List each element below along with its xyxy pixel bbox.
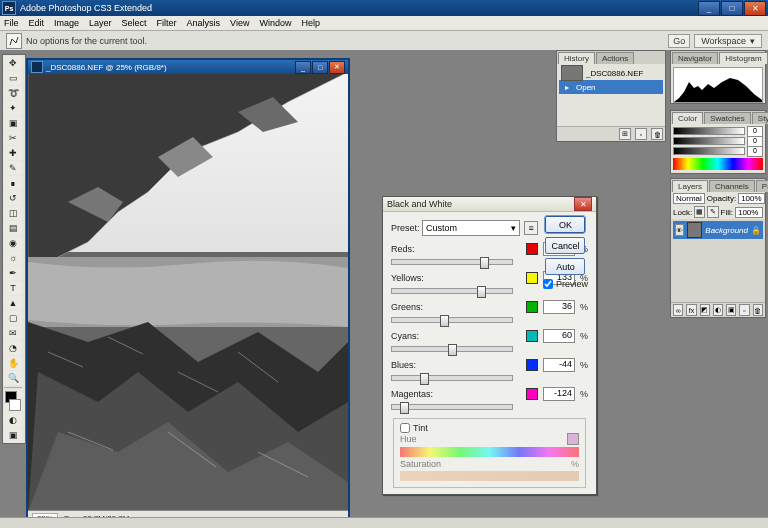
brush-tool[interactable]: ✎ xyxy=(4,161,22,175)
slider-thumb[interactable] xyxy=(420,373,429,385)
menu-layer[interactable]: Layer xyxy=(89,18,112,28)
tab-navigator[interactable]: Navigator xyxy=(672,52,718,64)
hue-slider[interactable] xyxy=(400,447,579,457)
type-tool[interactable]: T xyxy=(4,281,22,295)
minimize-button[interactable]: _ xyxy=(698,1,720,16)
menu-view[interactable]: View xyxy=(230,18,249,28)
preview-checkbox-input[interactable] xyxy=(543,279,553,289)
tab-styles[interactable]: Styles xyxy=(752,112,768,124)
saturation-slider[interactable] xyxy=(400,471,579,481)
layer-style-icon[interactable]: fx xyxy=(686,304,696,316)
marquee-tool[interactable]: ▭ xyxy=(4,71,22,85)
doc-minimize-button[interactable]: _ xyxy=(295,61,311,74)
pen-tool[interactable]: ✒ xyxy=(4,266,22,280)
zoom-tool[interactable]: 🔍 xyxy=(4,371,22,385)
delete-layer-icon[interactable]: 🗑 xyxy=(753,304,763,316)
hand-tool[interactable]: ✋ xyxy=(4,356,22,370)
color-swatches[interactable] xyxy=(4,390,22,412)
crop-tool[interactable]: ▣ xyxy=(4,116,22,130)
slider-thumb[interactable] xyxy=(477,286,486,298)
new-doc-icon[interactable]: ▫ xyxy=(635,128,647,140)
tab-channels[interactable]: Channels xyxy=(709,180,755,192)
new-snapshot-icon[interactable]: ⊞ xyxy=(619,128,631,140)
dialog-close-button[interactable]: ✕ xyxy=(574,197,592,211)
doc-close-button[interactable]: ✕ xyxy=(329,61,345,74)
stamp-tool[interactable]: ∎ xyxy=(4,176,22,190)
menu-analysis[interactable]: Analysis xyxy=(187,18,221,28)
eraser-tool[interactable]: ◫ xyxy=(4,206,22,220)
menu-help[interactable]: Help xyxy=(301,18,320,28)
cancel-button[interactable]: Cancel xyxy=(545,237,585,254)
go-button[interactable]: Go xyxy=(668,34,690,48)
fill-field[interactable]: 100% xyxy=(735,207,763,218)
dodge-tool[interactable]: ☼ xyxy=(4,251,22,265)
wand-tool[interactable]: ✦ xyxy=(4,101,22,115)
lock-pixels-icon[interactable]: ✎ xyxy=(707,206,718,218)
channel-slider[interactable] xyxy=(391,317,513,323)
background-color[interactable] xyxy=(9,399,21,411)
color-slider-b[interactable] xyxy=(673,147,745,155)
layer-mask-icon[interactable]: ◩ xyxy=(700,304,710,316)
channel-value[interactable]: -44 xyxy=(543,358,575,372)
tab-color[interactable]: Color xyxy=(672,112,703,124)
tab-actions[interactable]: Actions xyxy=(596,52,634,64)
color-value-b[interactable]: 0 xyxy=(747,146,763,157)
path-select-tool[interactable]: ▲ xyxy=(4,296,22,310)
new-layer-icon[interactable]: ▫ xyxy=(739,304,749,316)
menu-image[interactable]: Image xyxy=(54,18,79,28)
channel-value[interactable]: -124 xyxy=(543,387,575,401)
channel-slider[interactable] xyxy=(391,375,513,381)
channel-slider[interactable] xyxy=(391,346,513,352)
workspace-selector[interactable]: Workspace▾ xyxy=(694,34,762,48)
gradient-tool[interactable]: ▤ xyxy=(4,221,22,235)
preset-menu-icon[interactable]: ≡ xyxy=(524,221,538,235)
preview-checkbox[interactable]: Preview xyxy=(543,279,588,289)
slider-thumb[interactable] xyxy=(480,257,489,269)
slider-thumb[interactable] xyxy=(440,315,449,327)
doc-maximize-button[interactable]: □ xyxy=(312,61,328,74)
tab-swatches[interactable]: Swatches xyxy=(704,112,751,124)
lasso-tool[interactable]: ➰ xyxy=(4,86,22,100)
dialog-titlebar[interactable]: Black and White ✕ xyxy=(383,197,596,212)
current-tool-icon[interactable] xyxy=(6,33,22,49)
channel-value[interactable]: 36 xyxy=(543,300,575,314)
notes-tool[interactable]: ✉ xyxy=(4,326,22,340)
color-ramp[interactable] xyxy=(673,158,763,170)
channel-value[interactable]: 60 xyxy=(543,329,575,343)
visibility-icon[interactable]: 👁 xyxy=(675,224,684,236)
menu-filter[interactable]: Filter xyxy=(157,18,177,28)
color-slider-g[interactable] xyxy=(673,137,745,145)
tint-checkbox-input[interactable] xyxy=(400,423,410,433)
tab-histogram[interactable]: Histogram xyxy=(719,52,767,64)
preset-select[interactable]: Custom▾ xyxy=(422,220,520,236)
ok-button[interactable]: OK xyxy=(545,216,585,233)
history-step-open[interactable]: ▸ Open xyxy=(559,80,663,94)
move-tool[interactable]: ✥ xyxy=(4,56,22,70)
quickmask-toggle[interactable]: ◐ xyxy=(4,413,22,427)
layer-row-background[interactable]: 👁 Background 🔒 xyxy=(673,221,763,239)
menu-edit[interactable]: Edit xyxy=(29,18,45,28)
blend-mode-select[interactable]: Normal xyxy=(673,193,705,204)
channel-slider[interactable] xyxy=(391,288,513,294)
shape-tool[interactable]: ▢ xyxy=(4,311,22,325)
color-slider-r[interactable] xyxy=(673,127,745,135)
slice-tool[interactable]: ✂ xyxy=(4,131,22,145)
document-canvas[interactable] xyxy=(28,74,348,510)
slider-thumb[interactable] xyxy=(448,344,457,356)
maximize-button[interactable]: □ xyxy=(721,1,743,16)
slider-thumb[interactable] xyxy=(400,402,409,414)
tab-history[interactable]: History xyxy=(558,52,595,64)
close-button[interactable]: ✕ xyxy=(744,1,766,16)
link-layers-icon[interactable]: ∞ xyxy=(673,304,683,316)
opacity-field[interactable]: 100% xyxy=(738,193,764,204)
tab-paths[interactable]: Paths xyxy=(756,180,768,192)
screenmode-toggle[interactable]: ▣ xyxy=(4,428,22,442)
layer-group-icon[interactable]: ▣ xyxy=(726,304,736,316)
history-source[interactable]: _DSC0886.NEF xyxy=(559,66,663,80)
tab-layers[interactable]: Layers xyxy=(672,180,708,192)
adjustment-layer-icon[interactable]: ◐ xyxy=(713,304,723,316)
channel-slider[interactable] xyxy=(391,404,513,410)
healing-tool[interactable]: ✚ xyxy=(4,146,22,160)
lock-transparency-icon[interactable]: ▦ xyxy=(694,206,705,218)
tint-checkbox[interactable]: Tint xyxy=(400,423,579,433)
